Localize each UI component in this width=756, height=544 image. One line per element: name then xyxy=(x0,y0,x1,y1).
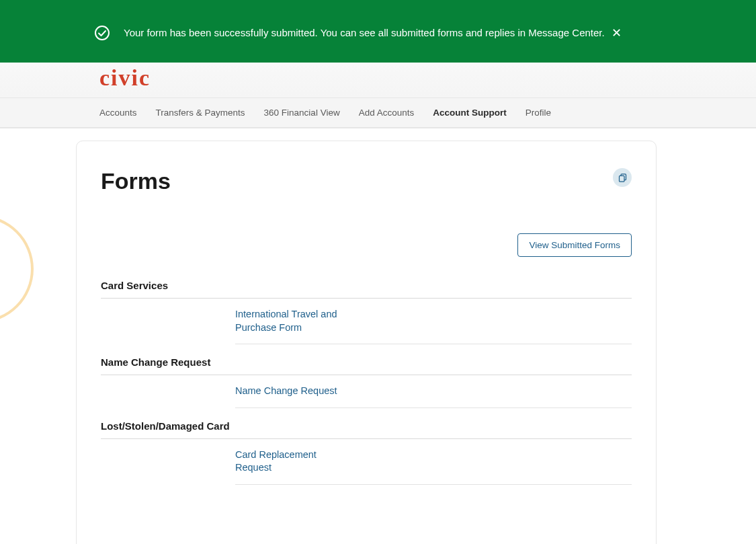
nav-account-support[interactable]: Account Support xyxy=(433,108,507,118)
main-nav: Accounts Transfers & Payments 360 Financ… xyxy=(0,98,756,128)
nav-profile[interactable]: Profile xyxy=(526,108,551,118)
form-row: International Travel and Purchase Form xyxy=(235,299,632,344)
banner-message: Your form has been successfully submitte… xyxy=(124,27,605,38)
header: civic Accounts Transfers & Payments 360 … xyxy=(0,63,756,128)
page-title: Forms xyxy=(101,168,171,194)
check-circle-icon xyxy=(94,25,110,41)
nav-add-accounts[interactable]: Add Accounts xyxy=(359,108,415,118)
form-row: Name Change Request xyxy=(235,375,632,408)
forms-card: Forms View Submitted Forms Card Services… xyxy=(76,141,657,544)
copy-icon[interactable] xyxy=(613,168,632,187)
success-banner: Your form has been successfully submitte… xyxy=(0,0,756,63)
section-name-change: Name Change Request Name Change Request xyxy=(101,356,632,408)
form-row: Card Replacement Request xyxy=(235,439,632,485)
section-title: Name Change Request xyxy=(101,356,632,375)
svg-point-0 xyxy=(95,26,109,40)
decorative-arc xyxy=(0,215,34,323)
form-link-card-replacement[interactable]: Card Replacement Request xyxy=(235,449,343,475)
section-lost-stolen: Lost/Stolen/Damaged Card Card Replacemen… xyxy=(101,420,632,485)
section-card-services: Card Services International Travel and P… xyxy=(101,280,632,344)
brand-logo: civic xyxy=(99,65,151,90)
form-link-international-travel[interactable]: International Travel and Purchase Form xyxy=(235,308,343,334)
section-title: Lost/Stolen/Damaged Card xyxy=(101,420,632,439)
nav-transfers-payments[interactable]: Transfers & Payments xyxy=(156,108,245,118)
section-title: Card Services xyxy=(101,280,632,299)
svg-rect-2 xyxy=(619,176,624,182)
close-icon[interactable]: ✕ xyxy=(612,26,622,40)
nav-360-financial-view[interactable]: 360 Financial View xyxy=(264,108,340,118)
form-link-name-change[interactable]: Name Change Request xyxy=(235,385,337,398)
view-submitted-forms-button[interactable]: View Submitted Forms xyxy=(517,233,632,257)
nav-accounts[interactable]: Accounts xyxy=(99,108,137,118)
